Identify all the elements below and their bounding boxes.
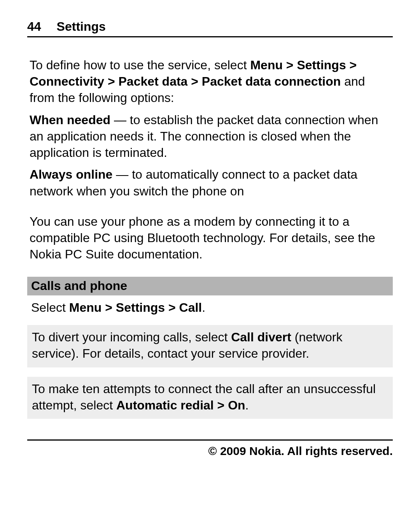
page-footer: © 2009 Nokia. All rights reserved. — [27, 439, 393, 458]
info-box-call-divert: To divert your incoming calls, select Ca… — [27, 325, 393, 367]
page-header: 44 Settings — [27, 19, 393, 37]
intro-paragraph: To define how to use the service, select… — [27, 57, 393, 106]
separator: — — [112, 167, 132, 181]
manual-page: 44 Settings To define how to use the ser… — [0, 0, 420, 520]
option-name: When needed — [30, 113, 110, 127]
section-heading-calls-and-phone: Calls and phone — [27, 277, 393, 295]
option-name: Always online — [30, 167, 112, 181]
text: Select — [31, 300, 69, 314]
ui-label: Call divert — [231, 330, 291, 344]
text: To divert your incoming calls, select — [32, 330, 231, 344]
page-title: Settings — [57, 19, 106, 34]
option-when-needed: When needed — to establish the packet da… — [27, 112, 393, 161]
ui-label: Automatic redial > On — [116, 398, 245, 412]
modem-paragraph: You can use your phone as a modem by con… — [27, 213, 393, 263]
menu-path: Menu > Settings > Call — [69, 300, 202, 314]
text: . — [245, 398, 249, 412]
select-line: Select Menu > Settings > Call. — [27, 299, 393, 316]
info-box-auto-redial: To make ten attempts to connect the call… — [27, 377, 393, 419]
page-number: 44 — [27, 19, 41, 34]
page-body: To define how to use the service, select… — [27, 57, 393, 419]
text: To define how to use the service, select — [30, 58, 250, 72]
text: . — [202, 300, 205, 314]
separator: — — [110, 113, 130, 127]
option-always-online: Always online — to automatically connect… — [27, 166, 393, 199]
